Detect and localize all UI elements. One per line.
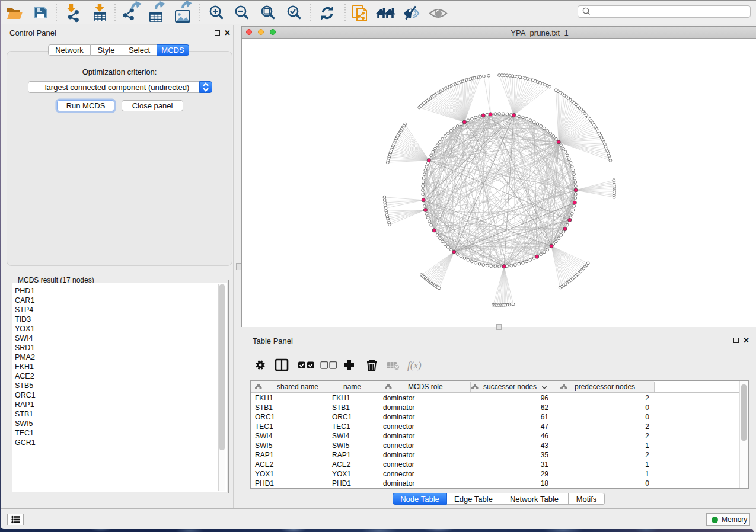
svg-text:f(x): f(x): [407, 360, 422, 371]
